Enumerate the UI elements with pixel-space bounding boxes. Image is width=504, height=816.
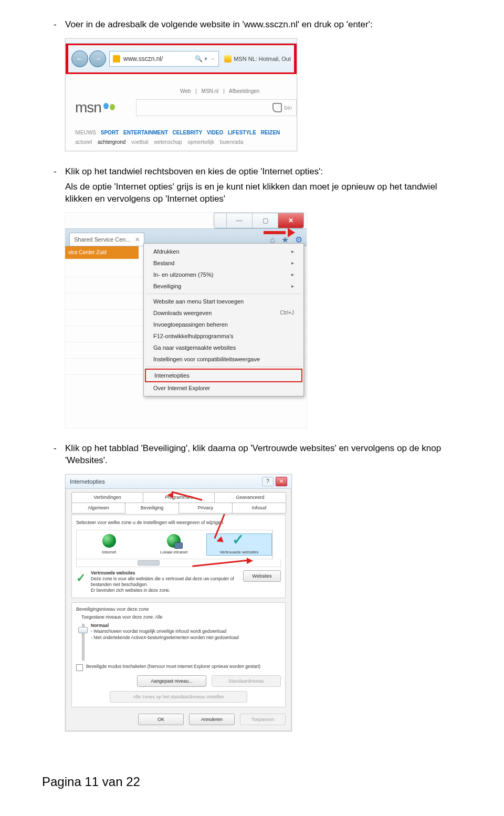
close-button[interactable]: ✕ <box>278 213 303 228</box>
step1-text: Voer in de adresbalk de volgende website… <box>65 19 462 31</box>
search-icon[interactable]: 🔍 ▾ → <box>195 55 216 63</box>
help-button[interactable]: ? <box>262 477 274 486</box>
zone-desc-title: Vertrouwde websites <box>91 570 243 576</box>
step3-text: Klik op het tabblad 'Beveiliging', klik … <box>65 443 462 467</box>
zone-desc-body2: Er bevinden zich websites in deze zone. <box>91 588 243 593</box>
msn-search-box[interactable]: bin <box>136 99 297 116</box>
check-icon: ✓ <box>232 534 246 548</box>
zone-hint: Selecteer voor welke zone u de instellin… <box>76 519 281 526</box>
step2-text: Klik op het tandwiel rechtsboven en kies… <box>65 166 462 178</box>
menu-item[interactable]: Beveiliging▸ <box>145 280 302 292</box>
nav-row: ← → www.ssczn.nl/ 🔍 ▾ → MSN NL: Hotmail,… <box>66 44 297 74</box>
intranet-icon <box>167 534 181 548</box>
browser-tab[interactable]: Shared Service Cen... ✕ <box>69 233 144 246</box>
step2-subtext: Als de optie 'Internet opties' grijs is … <box>65 181 462 205</box>
zone-local-intranet[interactable]: Lokaal intranet <box>141 534 206 556</box>
dialog-titlebar: Internetopties ? ✕ <box>66 475 291 489</box>
menu-item[interactable]: Instellingen voor compatibiliteitsweerga… <box>145 353 302 365</box>
menu-item[interactable]: Invoegtoepassingen beheren <box>145 319 302 330</box>
step2-bullet: - Klik op het tandwiel rechtsboven en ki… <box>54 166 462 178</box>
butterfly-icon <box>103 102 115 113</box>
menu-item[interactable]: In- en uitzoomen (75%)▸ <box>145 269 302 280</box>
zone-icon-list: Internet Lokaal intranet ✓ Vertrouwde we… <box>76 530 272 559</box>
page-banner: vice Center Zuid <box>65 246 139 259</box>
msn-subnav: Web | MSN.nl | Afbeeldingen <box>180 88 297 95</box>
maximize-button[interactable]: ▢ <box>252 213 278 228</box>
bing-icon <box>272 103 282 112</box>
zone-internet[interactable]: Internet <box>77 534 141 556</box>
security-line1: - Waarschuwen voordat mogelijk onveilige… <box>91 629 239 634</box>
tab-content[interactable]: Inhoud <box>232 503 286 514</box>
annotation-arrow <box>264 227 295 240</box>
forward-button[interactable]: → <box>89 50 106 67</box>
site-favicon <box>113 55 120 62</box>
step3-bullet: - Klik op het tabblad 'Beveiliging', kli… <box>54 443 462 467</box>
browser-tab[interactable]: MSN NL: Hotmail, Out <box>224 55 291 63</box>
tabs-row-2: Algemeen Beveiliging Privacy Inhoud <box>71 503 286 514</box>
menu-item[interactable]: F12-ontwikkelhulpprogramma's <box>145 330 302 342</box>
check-icon: ✓ <box>76 570 89 593</box>
screenshot-gearmenu: — ▢ ✕ Shared Service Cen... ✕ ⌂ ★ ⚙ vice… <box>65 213 307 428</box>
menu-item[interactable]: Bestand▸ <box>145 257 302 269</box>
security-level-box: Beveiligingsniveau voor deze zone Toeges… <box>71 602 286 707</box>
tools-menu: Afdrukken▸Bestand▸In- en uitzoomen (75%)… <box>143 243 304 396</box>
zone-desc-body1: Deze zone is voor alle websites die u ve… <box>91 576 243 588</box>
security-slider[interactable] <box>78 624 88 660</box>
dialog-close-button[interactable]: ✕ <box>276 477 287 486</box>
menu-item[interactable]: Over Internet Explorer <box>145 382 302 394</box>
custom-level-button[interactable]: Aangepast niveau... <box>137 675 206 687</box>
back-button[interactable]: ← <box>71 50 88 67</box>
vertical-scrollbar[interactable] <box>272 530 281 559</box>
cancel-button[interactable]: Annuleren <box>189 714 235 725</box>
menu-item[interactable]: Downloads weergevenCtrl+J <box>145 307 302 319</box>
screenshot-addressbar: ← → www.ssczn.nl/ 🔍 ▾ → MSN NL: Hotmail,… <box>65 38 297 151</box>
tab-security[interactable]: Beveiliging <box>125 503 179 514</box>
protected-mode-checkbox[interactable]: Beveiligde modus inschakelen (hiervoor m… <box>76 664 281 671</box>
tab-connections[interactable]: Verbindingen <box>71 492 143 503</box>
websites-button[interactable]: Websites <box>243 570 281 582</box>
msn-logo: msn <box>75 98 115 118</box>
menu-item[interactable]: Afdrukken▸ <box>145 246 302 257</box>
msn-category-row: NIEUWS SPORT ENTERTAINMENT CELEBRITY VID… <box>75 129 297 137</box>
globe-icon <box>102 534 116 548</box>
apply-button: Toepassen <box>240 714 286 725</box>
checkbox-icon <box>76 664 83 671</box>
reset-all-zones-button: Alle zones op het standaardniveau instel… <box>110 691 247 703</box>
dialog-title: Internetopties <box>70 478 105 486</box>
tab-general[interactable]: Algemeen <box>71 503 125 514</box>
menu-item[interactable]: Internetopties <box>145 369 302 382</box>
default-level-button: Standaardniveau <box>212 675 281 687</box>
minimize-button[interactable]: — <box>226 213 252 228</box>
tab-advanced[interactable]: Geavanceerd <box>214 492 286 503</box>
tab-close-icon[interactable]: ✕ <box>135 236 140 244</box>
ok-button[interactable]: OK <box>138 714 184 725</box>
window-controls: — ▢ ✕ <box>214 213 304 228</box>
address-bar[interactable]: www.ssczn.nl/ 🔍 ▾ → <box>109 51 219 67</box>
page-footer: Pagina 11 van 22 <box>42 773 462 790</box>
menu-item[interactable]: Website aan menu Start toevoegen <box>145 296 302 307</box>
security-header: Beveiligingsniveau voor deze zone <box>76 606 281 612</box>
screenshot-internetoptions: Internetopties ? ✕ Verbindingen Programm… <box>65 474 292 731</box>
msn-favicon <box>224 55 232 62</box>
security-level-name: Normaal <box>91 623 239 629</box>
security-allowed: Toegestane niveaus voor deze zone: Alle <box>81 614 281 620</box>
step1-bullet: - Voer in de adresbalk de volgende websi… <box>54 19 462 31</box>
zone-selector-box: Selecteer voor welke zone u de instellin… <box>71 515 286 598</box>
menu-item[interactable]: Ga naar vastgemaakte websites <box>145 342 302 353</box>
address-text: www.ssczn.nl/ <box>123 55 163 63</box>
tab-privacy[interactable]: Privacy <box>178 503 233 514</box>
security-line2: - Niet ondertekende ActiveX-besturingsel… <box>91 635 239 641</box>
